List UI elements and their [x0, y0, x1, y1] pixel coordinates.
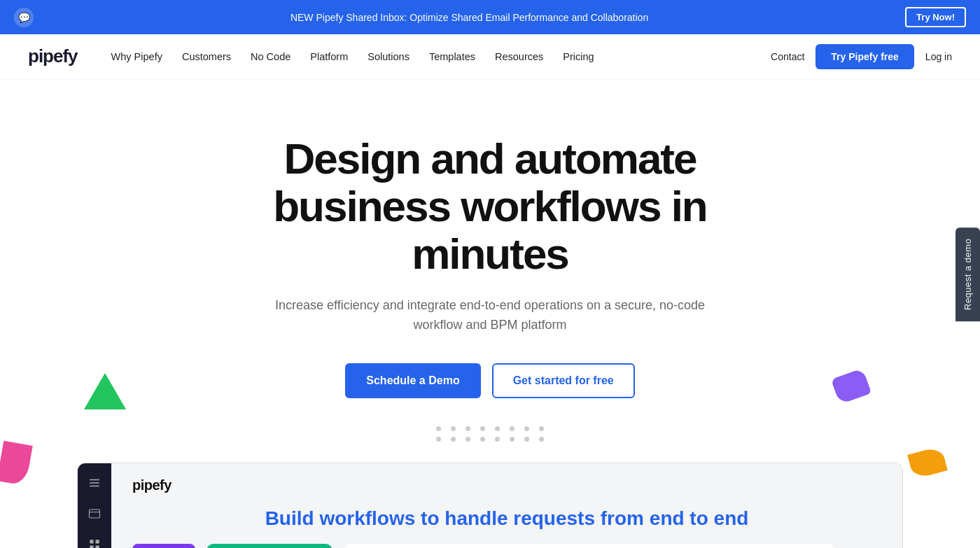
svg-rect-7 — [90, 546, 93, 548]
dot — [436, 426, 441, 431]
app-main-content: pipefy Build workflows to handle request… — [111, 463, 902, 548]
nav-link-solutions[interactable]: Solutions — [359, 45, 418, 68]
dot — [510, 426, 514, 431]
nav-contact-link[interactable]: Contact — [771, 51, 804, 62]
dot — [495, 426, 500, 431]
dot — [451, 426, 456, 431]
decorative-purple-shape — [831, 368, 872, 405]
app-sidebar — [78, 463, 111, 548]
try-now-button[interactable]: Try Now! — [905, 7, 966, 27]
svg-rect-3 — [90, 510, 100, 518]
dot — [480, 437, 485, 442]
hero-title: Design and automate business workflows i… — [210, 135, 770, 279]
nav-link-platform[interactable]: Platform — [302, 45, 356, 68]
svg-rect-0 — [90, 479, 99, 481]
app-card-white: Purchase Request — [344, 544, 835, 548]
dot — [524, 426, 529, 431]
dot — [480, 426, 485, 431]
svg-rect-1 — [90, 482, 99, 484]
app-cards-row: Purchase Request — [132, 544, 881, 548]
svg-rect-2 — [90, 486, 99, 487]
dot — [436, 437, 441, 442]
dot — [451, 437, 456, 442]
nav-try-free-button[interactable]: Try Pipefy free — [816, 44, 914, 69]
dot — [539, 437, 544, 442]
announcement-text: NEW Pipefy Shared Inbox: Optimize Shared… — [42, 12, 897, 23]
svg-rect-6 — [96, 540, 99, 543]
sidebar-browser-icon[interactable] — [85, 504, 104, 524]
nav-login-link[interactable]: Log in — [925, 51, 952, 62]
decorative-green-triangle — [84, 373, 126, 409]
nav-link-pricing[interactable]: Pricing — [554, 45, 602, 68]
app-logo-bar: pipefy — [132, 477, 881, 493]
svg-rect-5 — [90, 540, 93, 543]
nav-right: Contact Try Pipefy free Log in — [771, 44, 952, 69]
dot — [524, 437, 529, 442]
decorative-pink-shape — [0, 441, 33, 486]
dot — [539, 426, 544, 431]
hero-buttons: Schedule a Demo Get started for free — [345, 363, 634, 398]
announce-icon: 💬 — [14, 8, 34, 27]
nav-link-customers[interactable]: Customers — [174, 45, 239, 68]
app-content-highlight: end to end — [650, 507, 749, 529]
sidebar-grid-icon[interactable] — [85, 535, 104, 548]
app-preview: pipefy Build workflows to handle request… — [77, 463, 903, 548]
decorative-yellow-shape — [907, 446, 948, 479]
sidebar-menu-icon[interactable] — [85, 473, 104, 493]
app-logo-text: pipefy — [132, 477, 172, 493]
navbar: pipefy Why Pipefy Customers No Code Plat… — [0, 34, 980, 79]
dot — [510, 437, 514, 442]
logo[interactable]: pipefy — [28, 45, 78, 67]
app-person-avatar — [132, 544, 195, 548]
schedule-demo-button[interactable]: Schedule a Demo — [345, 363, 480, 398]
app-content-title: Build workflows to handle requests from … — [132, 507, 881, 530]
dot — [465, 426, 470, 431]
nav-link-resources[interactable]: Resources — [486, 45, 552, 68]
get-started-button[interactable]: Get started for free — [492, 363, 635, 398]
nav-links: Why Pipefy Customers No Code Platform So… — [103, 45, 771, 68]
dot-grid — [436, 426, 544, 442]
hero-section: Design and automate business workflows i… — [0, 79, 980, 548]
announcement-bar: 💬 NEW Pipefy Shared Inbox: Optimize Shar… — [0, 0, 980, 34]
dot — [495, 437, 500, 442]
svg-rect-8 — [96, 546, 99, 548]
hero-subtitle: Increase efficiency and integrate end-to… — [273, 295, 707, 336]
request-demo-sidebar[interactable]: Request a demo — [955, 227, 980, 321]
nav-link-templates[interactable]: Templates — [421, 45, 484, 68]
nav-link-why-pipefy[interactable]: Why Pipefy — [103, 45, 171, 68]
dot — [465, 437, 470, 442]
nav-link-no-code[interactable]: No Code — [242, 45, 299, 68]
app-card-green — [206, 544, 332, 548]
